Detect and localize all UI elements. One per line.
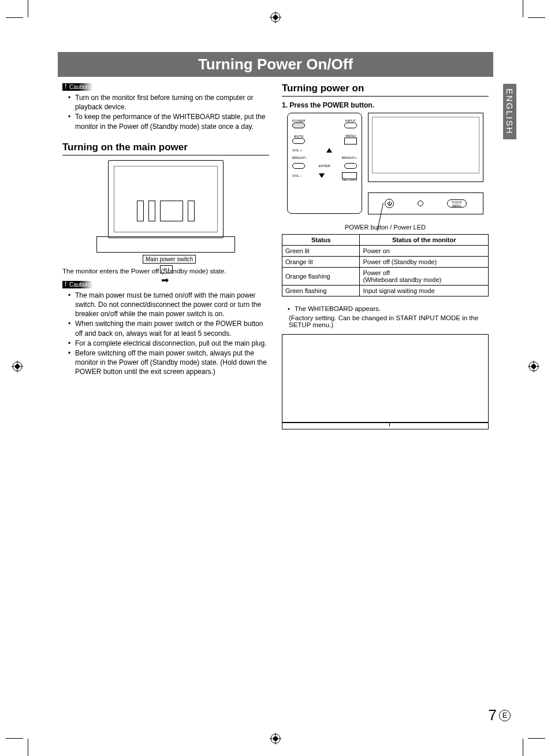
registration-mark-icon (12, 361, 23, 372)
caution-item: When switching the main power switch or … (68, 319, 269, 338)
power-switch-icon: ○ I (160, 265, 173, 273)
power-led-icon (418, 201, 423, 206)
remote-and-monitor-diagram: POWERINPUT MUTEMENU VOL + BRIGHT−BRIGHT+… (282, 113, 489, 214)
manual-page: Turning Power On/Off ENGLISH Caution Tur… (0, 0, 551, 756)
caution-item: The main power must be turned on/off wit… (68, 291, 269, 319)
caution-item: For a complete electrical disconnection,… (68, 339, 269, 348)
section-heading: Turning power on (282, 83, 489, 97)
main-power-diagram: Main power switch ○ I ➡ (62, 160, 269, 264)
crop-mark (28, 0, 28, 17)
crop-mark (528, 17, 545, 18)
crop-mark (6, 738, 23, 739)
caution-badge: Caution (62, 281, 92, 288)
registration-mark-icon (270, 12, 281, 23)
diagram-caption: POWER button / Power LED (282, 224, 489, 231)
right-column: Turning power on 1. Press the POWER butt… (282, 83, 489, 429)
caution-item: To keep the performance of the WHITEBOAR… (68, 112, 269, 131)
remote-control-icon: POWERINPUT MUTEMENU VOL + BRIGHT−BRIGHT+… (287, 113, 362, 214)
caution-badge: Caution (62, 83, 92, 91)
table-row: Orange flashingPower off (Whiteboard sta… (282, 268, 489, 286)
status-table: Status Status of the monitor Green litPo… (282, 234, 489, 297)
step-text: 1. Press the POWER button. (282, 101, 489, 109)
page-number: 7E (489, 706, 511, 724)
caution-item: Turn on the monitor first before turning… (68, 93, 269, 112)
table-row: Orange litPower off (Standby mode) (282, 257, 489, 268)
monitor-front-icon: ⏻ TOUCH MENU (368, 113, 483, 214)
note-subtext: (Factory setting. Can be changed in STAR… (282, 314, 489, 328)
crop-mark (528, 738, 545, 739)
whiteboard-note: The WHITEBOARD appears. (Factory setting… (282, 305, 489, 328)
table-header: Status (282, 235, 360, 246)
registration-mark-icon (528, 361, 539, 372)
crop-mark (523, 739, 523, 756)
caution-item: Before switching off the main power swit… (68, 349, 269, 377)
table-row: Green litPower on (282, 246, 489, 257)
caution-list-1: Turn on the monitor first before turning… (62, 93, 269, 131)
touch-menu-button: TOUCH MENU (447, 199, 467, 207)
registration-mark-icon (270, 733, 281, 744)
language-tab: ENGLISH (503, 84, 516, 139)
crop-mark (28, 739, 28, 756)
page-title: Turning Power On/Off (58, 52, 493, 77)
content-columns: Caution Turn on the monitor first before… (35, 83, 516, 429)
crop-mark (523, 0, 523, 17)
section-heading: Turning on the main power (62, 142, 269, 155)
arrow-icon: ➡ (161, 275, 169, 286)
note-bullet: The WHITEBOARD appears. (288, 305, 489, 314)
whiteboard-screen-diagram (282, 334, 489, 429)
power-button-icon: ⏻ (385, 199, 394, 208)
table-header: Status of the monitor (360, 235, 489, 246)
left-column: Caution Turn on the monitor first before… (62, 83, 269, 429)
caution-list-2: The main power must be turned on/off wit… (62, 291, 269, 377)
crop-mark (6, 17, 23, 18)
table-row: Green flashingInput signal waiting mode (282, 286, 489, 297)
switch-label: Main power switch (143, 255, 196, 264)
